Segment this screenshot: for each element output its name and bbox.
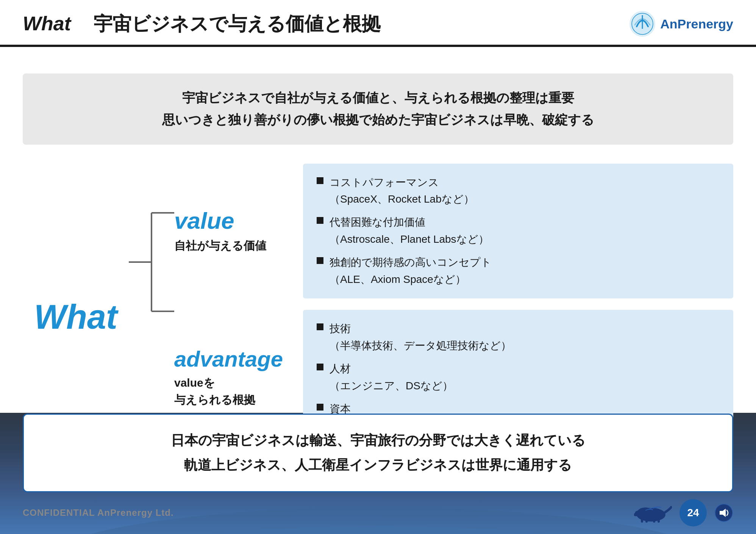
what-label: What (23, 12, 71, 35)
value-subtitle: 自社が与える価値 (174, 237, 288, 254)
value-info-box: コストパフォーマンス（SpaceX、Rocket Labなど） 代替困難な付加価… (303, 164, 733, 299)
advantage-item-2: 人材（エンジニア、DSなど） (317, 361, 720, 395)
speaker-icon[interactable] (714, 503, 733, 522)
bullet-4 (317, 323, 323, 330)
bullet-5 (317, 364, 323, 370)
header-divider (0, 46, 756, 47)
bottom-section: 日本の宇宙ビジネスは輸送、宇宙旅行の分野では大きく遅れている 軌道上ビジネス、人… (0, 414, 756, 492)
summary-line1: 宇宙ビジネスで自社が与える価値と、与えられる根拠の整理は重要 (182, 91, 574, 105)
logo-text: AnPrenergy (660, 17, 733, 31)
diagram-what-label: What (34, 298, 117, 337)
value-item-3: 独創的で期待感の高いコンセプト（ALE、Axiom Spaceなど） (317, 254, 720, 288)
advantage-title: advantage (174, 347, 288, 371)
bullet-6 (317, 404, 323, 411)
svg-rect-24 (653, 518, 655, 523)
header-title: What 宇宙ビジネスで与える価値と根拠 (23, 11, 381, 37)
advantage-item-2-text: 人材（エンジニア、DSなど） (330, 361, 453, 395)
advantage-item-1-text: 技術（半導体技術、データ処理技術など） (330, 320, 511, 354)
svg-rect-23 (645, 518, 648, 523)
value-item-2-text: 代替困難な付加価値（Astroscale、Planet Labsなど） (330, 214, 489, 248)
bottom-line2: 軌道上ビジネス、人工衛星インフラビジネスは世界に通用する (184, 457, 572, 473)
anprenergy-animal-icon (634, 501, 672, 524)
value-block: value 自社が与える価値 コストパフォーマンス（SpaceX、Rocket … (174, 164, 733, 299)
summary-line2: 思いつきと独り善がりの儚い根拠で始めた宇宙ビジネスは早晩、破綻する (162, 112, 594, 127)
bottom-box: 日本の宇宙ビジネスは輸送、宇宙旅行の分野では大きく遅れている 軌道上ビジネス、人… (23, 414, 733, 492)
bullet-3 (317, 257, 323, 264)
advantage-subtitle: valueを 与えられる根拠 (174, 374, 288, 408)
page-number: 24 (679, 499, 707, 526)
confidential-text: CONFIDENTIAL AnPrenergy Ltd. (23, 507, 174, 518)
value-item-2: 代替困難な付加価値（Astroscale、Planet Labsなど） (317, 214, 720, 248)
svg-rect-25 (658, 518, 660, 523)
bullet-2 (317, 217, 323, 224)
bottom-line1: 日本の宇宙ビジネスは輸送、宇宙旅行の分野では大きく遅れている (171, 433, 586, 448)
summary-box: 宇宙ビジネスで自社が与える価値と、与えられる根拠の整理は重要 思いつきと独り善が… (23, 73, 733, 145)
value-item-3-text: 独創的で期待感の高いコンセプト（ALE、Axiom Spaceなど） (330, 254, 492, 288)
footer-right: 24 (634, 499, 733, 526)
value-item-1-text: コストパフォーマンス（SpaceX、Rocket Labなど） (330, 174, 474, 208)
value-item-1: コストパフォーマンス（SpaceX、Rocket Labなど） (317, 174, 720, 208)
footer: CONFIDENTIAL AnPrenergy Ltd. 24 (0, 499, 756, 526)
title-jp: 宇宙ビジネスで与える価値と根拠 (75, 11, 381, 37)
bracket-svg (129, 164, 174, 361)
anprenergy-logo-icon (629, 11, 656, 37)
value-title: value (174, 208, 288, 234)
main-content: 宇宙ビジネスで自社が与える価値と、与えられる根拠の整理は重要 思いつきと独り善が… (0, 58, 756, 471)
advantage-item-1: 技術（半導体技術、データ処理技術など） (317, 320, 720, 354)
value-label-col: value 自社が与える価値 (174, 164, 288, 299)
svg-rect-22 (641, 518, 643, 523)
header: What 宇宙ビジネスで与える価値と根拠 AnPrenergy (0, 0, 756, 46)
bullet-1 (317, 177, 323, 184)
logo-area: AnPrenergy (629, 11, 733, 37)
